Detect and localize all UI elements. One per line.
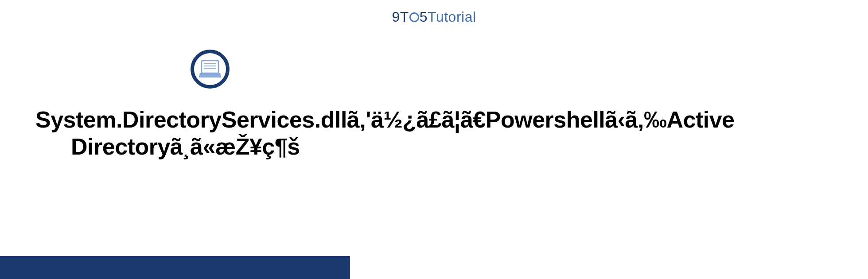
- site-logo[interactable]: 9T5Tutorial: [392, 9, 476, 25]
- article-title-line1: System.DirectoryServices.dllã‚'ä½¿ã£ã¦ã€…: [35, 106, 868, 133]
- logo-text-9t: 9T: [392, 9, 409, 25]
- bottom-accent-bar: [0, 256, 350, 279]
- laptop-icon: [191, 50, 230, 89]
- site-header: 9T5Tutorial: [0, 0, 868, 25]
- svg-rect-4: [199, 76, 221, 78]
- logo-text-tutorial: Tutorial: [428, 9, 476, 25]
- svg-rect-0: [202, 61, 218, 73]
- article-icon-container: [191, 50, 868, 89]
- logo-circle-icon: [409, 12, 419, 22]
- laptop-icon-svg: [198, 60, 222, 78]
- article-title-line2: Directoryã¸ã«æŽ¥ç¶š: [35, 133, 868, 160]
- logo-text-5: 5: [420, 9, 428, 25]
- article-title-block: System.DirectoryServices.dllã‚'ä½¿ã£ã¦ã€…: [0, 106, 868, 161]
